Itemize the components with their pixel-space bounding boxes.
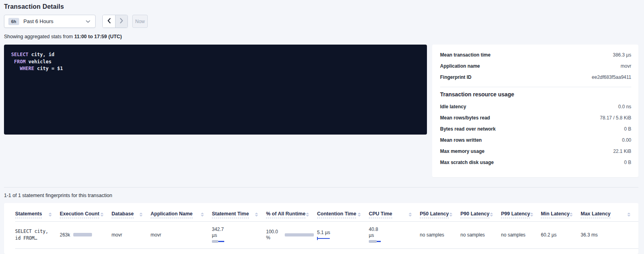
- column-header-contention-time[interactable]: Contention Time: [317, 211, 369, 222]
- statement-time-value: 342.7 µs: [212, 227, 229, 238]
- column-label: Execution Count: [60, 211, 99, 218]
- percent-runtime-value: 100.0 %: [266, 229, 282, 241]
- transaction-sql-box: SELECT city, id FROM vehicles WHERE city…: [4, 45, 427, 135]
- stat-row-idle-latency: Idle latency 0.0 ns: [440, 101, 631, 112]
- statement-link[interactable]: SELECT city, id FROM…: [15, 228, 53, 242]
- stat-row-max-memory-usage: Max memory usage 22.1 KiB: [440, 146, 631, 157]
- cell-statement-time: 342.7 µs: [212, 222, 266, 249]
- prev-time-button[interactable]: [103, 15, 115, 27]
- time-range-dropdown[interactable]: 6h Past 6 Hours: [4, 15, 96, 28]
- cell-min-latency: 60.2 µs: [541, 222, 581, 249]
- p90-latency-value: no samples: [460, 232, 485, 238]
- sort-icon[interactable]: [358, 213, 361, 217]
- sql-keyword: WHERE: [11, 66, 34, 71]
- database-value: movr: [112, 232, 122, 238]
- stat-label: Max scratch disk usage: [440, 160, 494, 165]
- statement-row: SELECT city, id FROM… 263k movr movr 342…: [15, 222, 638, 249]
- column-header-application-name[interactable]: Application Name: [151, 211, 212, 222]
- cell-execution-count: 263k: [60, 222, 112, 249]
- statement-time-bar: [212, 240, 225, 243]
- application-name-value: movr: [151, 232, 161, 238]
- table-header-row: Statements Execution Count Database Appl…: [15, 211, 638, 222]
- cell-cpu-time: 40.8 µs: [369, 222, 420, 249]
- column-label: P99 Latency: [501, 211, 530, 218]
- column-label: Statements: [15, 211, 42, 218]
- sort-icon[interactable]: [449, 213, 452, 217]
- column-header-execution-count[interactable]: Execution Count: [60, 211, 112, 222]
- section-divider: [4, 187, 638, 188]
- column-header-statements[interactable]: Statements: [15, 211, 60, 222]
- stat-row-fingerprint-id: Fingerprint ID ee2df683f5aa9411: [440, 72, 631, 83]
- cell-statements: SELECT city, id FROM…: [15, 222, 60, 249]
- transaction-summary-card: Mean transaction time 386.3 µs Applicati…: [432, 45, 638, 177]
- main-row: SELECT city, id FROM vehicles WHERE city…: [4, 45, 638, 177]
- stat-label: Mean transaction time: [440, 52, 491, 58]
- column-label: Database: [112, 211, 134, 218]
- stat-label: Mean rows written: [440, 137, 482, 143]
- column-header-p90-latency[interactable]: P90 Latency: [460, 211, 501, 222]
- time-nav-group: [102, 15, 128, 28]
- sort-icon[interactable]: [255, 213, 258, 217]
- column-header-percent-of-all-runtime[interactable]: % of All Runtime: [266, 211, 317, 222]
- time-range-label: Past 6 Hours: [23, 18, 53, 24]
- summary-divider: [440, 87, 631, 87]
- now-button[interactable]: Now: [132, 15, 148, 28]
- stat-row-bytes-read-over-network: Bytes read over network 0 B: [440, 123, 631, 135]
- sort-icon[interactable]: [409, 213, 412, 217]
- column-header-p99-latency[interactable]: P99 Latency: [501, 211, 541, 222]
- sort-icon[interactable]: [306, 213, 309, 217]
- stat-value: ee2df683f5aa9411: [592, 74, 631, 80]
- sort-icon[interactable]: [530, 213, 533, 217]
- column-label: Max Latency: [581, 211, 611, 218]
- chevron-left-icon: [107, 18, 111, 25]
- column-label: P90 Latency: [460, 211, 489, 218]
- sql-text: city = $1: [34, 66, 63, 71]
- stat-value: 386.3 µs: [613, 52, 631, 58]
- transaction-details-page: Transaction Details 6h Past 6 Hours Now: [0, 0, 644, 254]
- sort-icon[interactable]: [49, 213, 52, 217]
- stat-label: Bytes read over network: [440, 126, 495, 132]
- next-time-button[interactable]: [115, 15, 127, 27]
- stat-value: 0 B: [624, 160, 631, 165]
- stat-value: 0.00: [622, 137, 631, 143]
- column-header-cpu-time[interactable]: CPU Time: [369, 211, 420, 222]
- resource-usage-title: Transaction resource usage: [440, 91, 631, 98]
- cell-p90-latency: no samples: [460, 222, 501, 249]
- stat-value: movr: [621, 63, 631, 69]
- page-title: Transaction Details: [4, 3, 638, 10]
- stat-value: 0.0 ns: [618, 104, 631, 109]
- statements-table-caption: 1-1 of 1 statement fingerprints for this…: [4, 193, 638, 198]
- sql-keyword: FROM: [11, 59, 25, 64]
- chevron-down-icon: [86, 20, 90, 23]
- stat-label: Fingerprint ID: [440, 74, 472, 80]
- stat-label: Idle latency: [440, 104, 466, 109]
- sort-icon[interactable]: [490, 213, 493, 217]
- column-label: Application Name: [151, 211, 193, 218]
- percent-runtime-bar: [285, 233, 314, 236]
- column-header-p50-latency[interactable]: P50 Latency: [420, 211, 460, 222]
- sort-icon[interactable]: [627, 213, 630, 217]
- chevron-right-icon: [119, 18, 123, 25]
- sort-icon[interactable]: [201, 213, 204, 217]
- execution-count-value: 263k: [60, 232, 70, 238]
- column-header-statement-time[interactable]: Statement Time: [212, 211, 266, 222]
- stat-row-mean-rows-written: Mean rows written 0.00: [440, 135, 631, 146]
- sort-icon[interactable]: [100, 213, 104, 217]
- stat-label: Max memory usage: [440, 148, 484, 154]
- column-label: CPU Time: [369, 211, 392, 218]
- column-label: Statement Time: [212, 211, 249, 218]
- column-header-min-latency[interactable]: Min Latency: [541, 211, 581, 222]
- min-latency-value: 60.2 µs: [541, 232, 557, 238]
- sort-icon[interactable]: [139, 213, 143, 217]
- stat-row-max-scratch-disk-usage: Max scratch disk usage 0 B: [440, 157, 631, 168]
- cell-percent-of-all-runtime: 100.0 %: [266, 222, 317, 249]
- sql-text: vehicles: [25, 59, 51, 64]
- cell-p99-latency: no samples: [501, 222, 541, 249]
- aggregation-range-text: Showing aggregated stats from 11:00 to 1…: [4, 34, 638, 39]
- p99-latency-value: no samples: [501, 232, 525, 238]
- column-header-database[interactable]: Database: [112, 211, 151, 222]
- sort-icon[interactable]: [570, 213, 573, 217]
- cell-max-latency: 36.3 ms: [581, 222, 638, 249]
- column-header-max-latency[interactable]: Max Latency: [581, 211, 638, 222]
- p50-latency-value: no samples: [420, 232, 444, 238]
